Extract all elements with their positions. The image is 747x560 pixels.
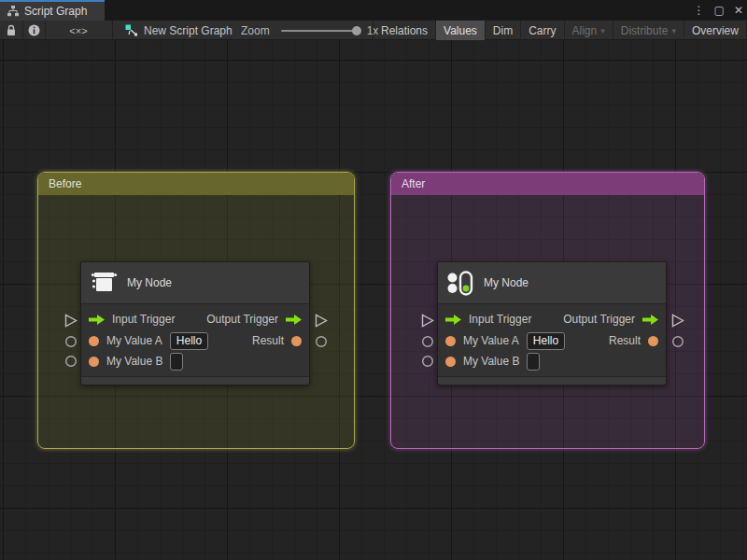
carry-button[interactable]: Carry <box>520 21 563 40</box>
node-title: My Node <box>484 276 529 289</box>
kebab-menu-icon[interactable]: ⋮ <box>694 0 705 21</box>
node-footer <box>438 376 666 385</box>
close-icon[interactable]: ✕ <box>734 0 743 21</box>
port-label-result: Result <box>252 334 284 347</box>
external-trigger-port-icon[interactable] <box>421 314 434 328</box>
zoom-label: Zoom <box>241 24 270 37</box>
port-label-value-a: My Value A <box>106 334 162 347</box>
port-label-output-trigger: Output Trigger <box>563 313 635 326</box>
port-label-input-trigger: Input Trigger <box>469 313 531 326</box>
graph-canvas[interactable]: Before After My Node <box>0 40 747 560</box>
data-port-icon[interactable] <box>445 336 456 346</box>
external-value-port-icon[interactable] <box>421 335 434 348</box>
dim-button[interactable]: Dim <box>485 21 520 40</box>
port-label-value-b: My Value B <box>106 355 162 368</box>
port-label-result: Result <box>609 334 641 347</box>
value-b-input[interactable] <box>527 353 540 371</box>
trigger-arrow-icon[interactable] <box>642 315 658 325</box>
port-row-trigger: Input Trigger Output Trigger <box>438 308 666 330</box>
external-value-port-icon[interactable] <box>315 335 328 348</box>
custom-toggle-icon <box>446 269 474 297</box>
node-header[interactable]: My Node <box>438 262 666 304</box>
data-port-icon[interactable] <box>445 357 456 367</box>
lock-button[interactable] <box>0 21 22 40</box>
default-unit-icon <box>90 269 118 297</box>
data-port-icon[interactable] <box>291 336 302 346</box>
group-before-header[interactable]: Before <box>38 173 354 195</box>
node-body: Input Trigger Output Trigger My Value A … <box>438 304 666 376</box>
chevron-down-icon: ▾ <box>600 26 605 35</box>
code-icon: <×> <box>69 25 87 36</box>
external-trigger-port-icon[interactable] <box>64 314 78 328</box>
new-script-graph-icon <box>125 24 138 37</box>
data-port-icon[interactable] <box>89 336 99 346</box>
node-footer <box>81 376 309 385</box>
tab-label: Script Graph <box>24 5 87 18</box>
value-b-input[interactable] <box>170 353 183 371</box>
view-buttons: Relations Values Dim Carry Align ▾ Distr… <box>373 21 747 40</box>
port-label-input-trigger: Input Trigger <box>112 313 175 326</box>
external-trigger-port-icon[interactable] <box>315 314 328 328</box>
graph-hierarchy-icon <box>7 6 19 17</box>
external-value-port-icon[interactable] <box>421 355 434 368</box>
zoom-control: Zoom 1x <box>241 21 378 40</box>
value-a-input[interactable]: Hello <box>170 332 208 350</box>
graph-name-label: New Script Graph <box>144 24 233 37</box>
info-icon <box>28 24 40 36</box>
values-button[interactable]: Values <box>435 21 485 40</box>
trigger-arrow-icon[interactable] <box>89 315 105 325</box>
port-label-value-b: My Value B <box>463 355 519 368</box>
external-trigger-port-icon[interactable] <box>671 314 684 328</box>
trigger-arrow-icon[interactable] <box>286 315 302 325</box>
port-label-value-a: My Value A <box>463 334 519 347</box>
data-port-icon[interactable] <box>648 336 658 346</box>
node-my-node-after[interactable]: My Node Input Trigger Output Trigger <box>437 261 667 385</box>
node-header[interactable]: My Node <box>81 262 309 304</box>
port-label-output-trigger: Output Trigger <box>206 313 278 326</box>
port-row-trigger: Input Trigger Output Trigger <box>81 308 309 330</box>
zoom-slider-handle[interactable] <box>352 26 361 35</box>
group-after-header[interactable]: After <box>391 173 704 195</box>
node-title: My Node <box>127 276 172 289</box>
external-value-port-icon[interactable] <box>64 355 78 368</box>
graph-name-field[interactable]: New Script Graph <box>125 21 233 40</box>
external-value-port-icon[interactable] <box>64 335 78 348</box>
port-row-value-b: My Value B <box>438 351 666 371</box>
port-row-value-b: My Value B <box>81 351 309 371</box>
info-button[interactable] <box>22 21 45 40</box>
maximize-icon[interactable]: ▢ <box>714 0 725 21</box>
distribute-dropdown[interactable]: Distribute ▾ <box>613 21 684 40</box>
value-a-input[interactable]: Hello <box>527 332 565 350</box>
tab-bar: Script Graph ⋮ ▢ ✕ <box>0 0 747 21</box>
tab-script-graph[interactable]: Script Graph <box>0 0 105 21</box>
relations-button[interactable]: Relations <box>373 21 435 40</box>
external-value-port-icon[interactable] <box>671 335 684 348</box>
toolbar-separator <box>112 21 113 40</box>
group-title: After <box>402 177 425 190</box>
graph-toolbar: <×> New Script Graph Zoom 1x Relations V… <box>0 21 747 40</box>
node-my-node-before[interactable]: My Node Input Trigger Output Trigger <box>80 261 310 385</box>
node-body: Input Trigger Output Trigger My Value A … <box>81 304 309 376</box>
window-controls: ⋮ ▢ ✕ <box>694 0 743 21</box>
zoom-slider[interactable] <box>281 30 359 32</box>
chevron-down-icon: ▾ <box>671 26 676 35</box>
overview-button[interactable]: Overview <box>684 21 746 40</box>
align-dropdown[interactable]: Align ▾ <box>564 21 613 40</box>
group-title: Before <box>49 177 81 190</box>
port-row-value-a: My Value A Hello Result <box>81 330 309 351</box>
lock-icon <box>6 24 17 36</box>
data-port-icon[interactable] <box>89 357 99 367</box>
trigger-arrow-icon[interactable] <box>445 315 461 325</box>
code-preview-button[interactable]: <×> <box>45 21 112 40</box>
port-row-value-a: My Value A Hello Result <box>438 330 666 351</box>
